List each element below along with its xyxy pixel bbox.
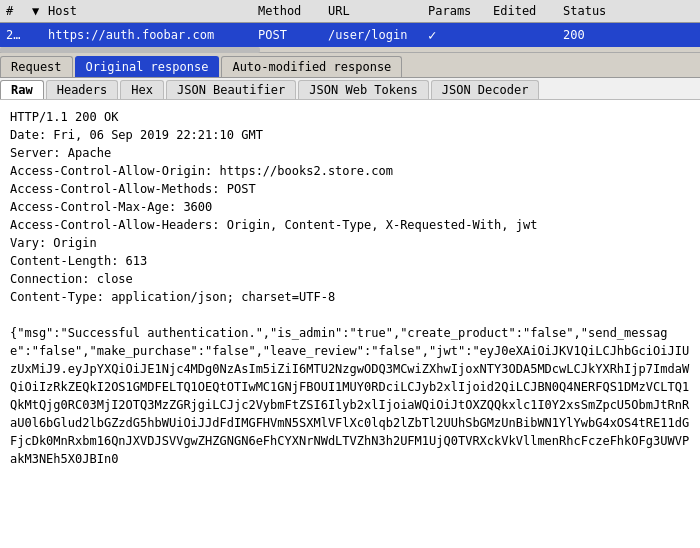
tab-original-response[interactable]: Original response — [75, 56, 220, 77]
row-params: ✓ — [422, 25, 487, 45]
sub-tab-json-beautifier[interactable]: JSON Beautifier — [166, 80, 296, 99]
col-header-method: Method — [252, 2, 322, 20]
row-status: 200 — [557, 26, 617, 44]
sub-tab-bar: Raw Headers Hex JSON Beautifier JSON Web… — [0, 78, 700, 100]
col-header-edited: Edited — [487, 2, 557, 20]
table-row[interactable]: 275 https://auth.foobar.com POST /user/l… — [0, 23, 700, 47]
col-header-host: Host — [42, 2, 252, 20]
horizontal-scrollbar[interactable] — [0, 47, 700, 53]
tab-auto-modified[interactable]: Auto-modified response — [221, 56, 402, 77]
col-header-status: Status — [557, 2, 617, 20]
sub-tab-hex[interactable]: Hex — [120, 80, 164, 99]
row-edited — [487, 33, 557, 37]
sub-tab-headers[interactable]: Headers — [46, 80, 119, 99]
tab-request[interactable]: Request — [0, 56, 73, 77]
col-header-url: URL — [322, 2, 422, 20]
col-header-arrow: ▼ — [30, 2, 42, 20]
sub-tab-json-decoder[interactable]: JSON Decoder — [431, 80, 540, 99]
main-tab-bar: Request Original response Auto-modified … — [0, 53, 700, 78]
row-arrow — [30, 33, 42, 37]
table-header: # ▼ Host Method URL Params Edited Status — [0, 0, 700, 23]
row-method: POST — [252, 26, 322, 44]
col-header-num: # — [0, 2, 30, 20]
sub-tab-raw[interactable]: Raw — [0, 80, 44, 99]
row-num: 275 — [0, 26, 30, 44]
row-url: /user/login — [322, 26, 422, 44]
col-header-params: Params — [422, 2, 487, 20]
response-content: HTTP/1.1 200 OK Date: Fri, 06 Sep 2019 2… — [0, 100, 700, 548]
sub-tab-json-web-tokens[interactable]: JSON Web Tokens — [298, 80, 428, 99]
row-host: https://auth.foobar.com — [42, 26, 252, 44]
